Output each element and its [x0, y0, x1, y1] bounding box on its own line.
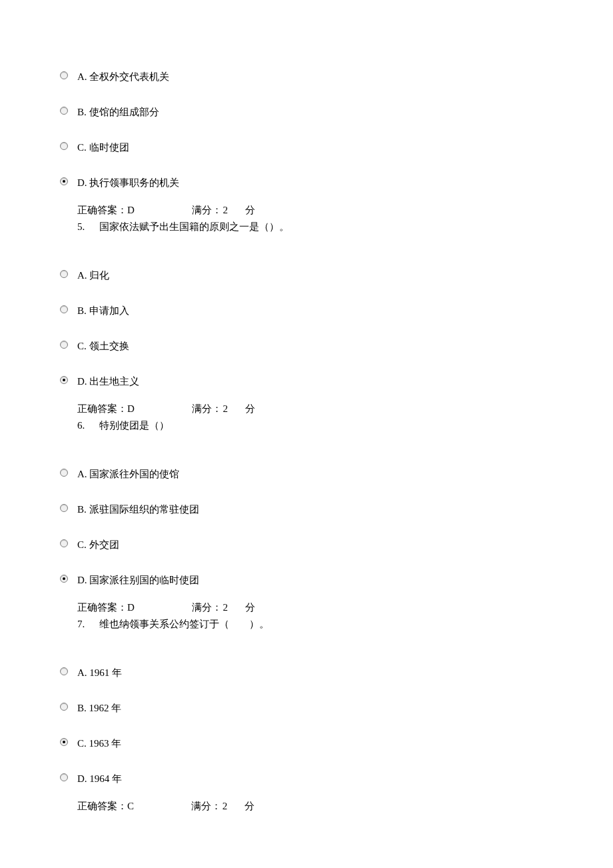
radio-selected-icon[interactable]: [60, 177, 68, 185]
option-label: C. 1963 年: [77, 733, 121, 750]
option-row[interactable]: C. 临时使团: [60, 137, 553, 154]
question-text: 国家依法赋予出生国籍的原则之一是（）。: [99, 221, 289, 233]
score-value: 2: [223, 801, 228, 812]
option-row[interactable]: D. 出生地主义: [60, 371, 553, 388]
option-row[interactable]: D. 国家派往别国的临时使团: [60, 570, 553, 587]
option-label: C. 临时使团: [77, 137, 129, 154]
score-unit: 分: [245, 800, 255, 813]
question-line: 7. 维也纳领事关系公约签订于（ ）。: [60, 618, 553, 631]
question-line: 6. 特别使团是（）: [60, 419, 553, 432]
option-label: C. 外交团: [77, 535, 119, 551]
option-row[interactable]: B. 派驻国际组织的常驻使团: [60, 499, 553, 516]
radio-unselected-icon[interactable]: [60, 469, 68, 477]
option-row[interactable]: C. 领土交换: [60, 336, 553, 353]
option-row[interactable]: A. 全权外交代表机关: [60, 67, 553, 83]
radio-selected-icon[interactable]: [60, 738, 68, 746]
radio-unselected-icon[interactable]: [60, 773, 68, 781]
option-label: A. 国家派往外国的使馆: [77, 464, 179, 481]
radio-unselected-icon[interactable]: [60, 305, 68, 313]
answer-line: 正确答案：D 满分：2 分: [60, 601, 553, 614]
radio-unselected-icon[interactable]: [60, 341, 68, 349]
option-row[interactable]: B. 申请加入: [60, 301, 553, 317]
question-number: 7.: [77, 619, 85, 630]
option-row[interactable]: C. 外交团: [60, 535, 553, 551]
answer-line: 正确答案：C 满分：2 分: [60, 800, 553, 813]
answer-line: 正确答案：D 满分：2 分: [60, 403, 553, 415]
score-unit: 分: [245, 601, 255, 614]
question-line: 5. 国家依法赋予出生国籍的原则之一是（）。: [60, 221, 553, 233]
option-row[interactable]: D. 执行领事职务的机关: [60, 173, 553, 189]
option-label: B. 使馆的组成部分: [77, 102, 159, 119]
option-label: A. 全权外交代表机关: [77, 67, 169, 83]
option-label: D. 国家派往别国的临时使团: [77, 570, 199, 587]
radio-unselected-icon[interactable]: [60, 667, 68, 675]
radio-selected-icon[interactable]: [60, 376, 68, 384]
score-value: 2: [223, 403, 229, 415]
question-number: 6.: [77, 420, 85, 431]
question-text: 维也纳领事关系公约签订于（ ）。: [99, 618, 269, 631]
score-value: 2: [223, 205, 229, 216]
option-row[interactable]: A. 国家派往外国的使馆: [60, 464, 553, 481]
option-label: D. 出生地主义: [77, 371, 139, 388]
option-row[interactable]: A. 1961 年: [60, 663, 553, 679]
option-row[interactable]: C. 1963 年: [60, 733, 553, 750]
option-row[interactable]: D. 1964 年: [60, 769, 553, 785]
question-number: 5.: [77, 221, 85, 233]
radio-unselected-icon[interactable]: [60, 142, 68, 150]
score-label: 满分：: [192, 403, 222, 415]
radio-unselected-icon[interactable]: [60, 504, 68, 512]
option-row[interactable]: B. 使馆的组成部分: [60, 102, 553, 119]
radio-unselected-icon[interactable]: [60, 71, 68, 79]
option-label: C. 领土交换: [77, 336, 129, 353]
answer-line: 正确答案：D 满分：2 分: [60, 204, 553, 217]
radio-selected-icon[interactable]: [60, 575, 68, 583]
radio-unselected-icon[interactable]: [60, 270, 68, 278]
radio-unselected-icon[interactable]: [60, 703, 68, 711]
correct-answer: 正确答案：D: [77, 403, 135, 415]
radio-unselected-icon[interactable]: [60, 539, 68, 547]
score-unit: 分: [245, 403, 255, 415]
radio-unselected-icon[interactable]: [60, 107, 68, 115]
score-label: 满分：: [192, 204, 222, 217]
correct-answer: 正确答案：D: [77, 204, 135, 217]
option-label: D. 执行领事职务的机关: [77, 173, 179, 189]
correct-answer: 正确答案：D: [77, 601, 135, 614]
question-text: 特别使团是（）: [99, 419, 169, 432]
score-value: 2: [223, 602, 229, 613]
option-label: B. 派驻国际组织的常驻使团: [77, 499, 199, 516]
option-label: A. 1961 年: [77, 663, 122, 679]
score-label: 满分：: [191, 800, 221, 813]
option-row[interactable]: B. 1962 年: [60, 698, 553, 715]
score-label: 满分：: [192, 601, 222, 614]
option-label: B. 申请加入: [77, 301, 129, 317]
correct-answer: 正确答案：C: [77, 800, 134, 813]
score-unit: 分: [245, 204, 255, 217]
option-label: A. 归化: [77, 265, 109, 282]
option-label: D. 1964 年: [77, 769, 122, 785]
option-label: B. 1962 年: [77, 698, 121, 715]
option-row[interactable]: A. 归化: [60, 265, 553, 282]
